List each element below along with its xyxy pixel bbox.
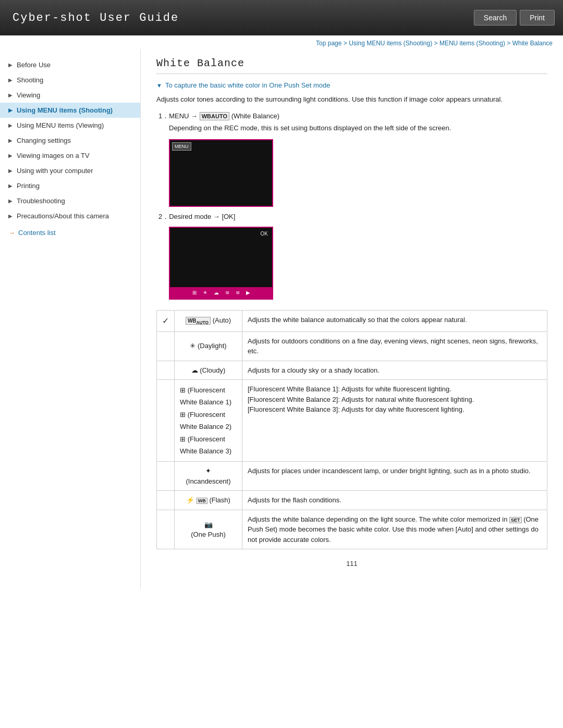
white-balance-table: ✓ WBAUTO (Auto) Adjusts the white balanc… — [156, 310, 547, 550]
description-cell: Adjusts for outdoors conditions on a fin… — [242, 331, 547, 361]
cloudy-text: (Cloudy) — [200, 366, 225, 374]
ok-label: OK — [261, 231, 268, 237]
table-row: ☁ (Cloudy) Adjusts for a cloudy sky or a… — [157, 361, 547, 380]
fluor3-icon: ⊞ — [180, 435, 186, 443]
breadcrumb-item[interactable]: White Balance — [512, 40, 553, 47]
print-button[interactable]: Print — [520, 10, 555, 26]
description-cell: Adjusts the white balance automatically … — [242, 310, 547, 331]
wb-option-icon: ☁ — [214, 290, 219, 295]
arrow-icon: ▶ — [8, 213, 14, 219]
check-cell — [157, 331, 175, 361]
step1-detail: Depending on the REC mode, this is set u… — [169, 123, 547, 134]
breadcrumb-separator: > — [344, 40, 349, 47]
icon-cell: ✦ (Incandescent) — [175, 462, 242, 491]
sidebar-item-troubleshooting[interactable]: ▶ Troubleshooting — [0, 193, 140, 208]
daylight-text: (Daylight) — [198, 342, 227, 350]
sidebar-item-label: Viewing — [17, 91, 40, 99]
description-cell: Adjusts for a cloudy sky or a shady loca… — [242, 361, 547, 380]
breadcrumb-separator: > — [434, 40, 439, 47]
check-cell — [157, 380, 175, 462]
checkmark-icon: ✓ — [162, 316, 169, 325]
fluor3-text: (Fluorescent White Balance 3) — [180, 435, 231, 455]
sidebar-item-using-menu-shooting[interactable]: ▶ Using MENU items (Shooting) — [0, 103, 140, 118]
fluor1-icon: ⊞ — [180, 386, 186, 394]
sidebar-item-label: Precautions/About this camera — [17, 212, 109, 220]
icon-cell: ⚡ WB (Flash) — [175, 491, 242, 510]
page-title: White Balance — [156, 57, 547, 74]
sidebar-item-label: Using MENU items (Shooting) — [17, 106, 113, 114]
sidebar-item-viewing-tv[interactable]: ▶ Viewing images on a TV — [0, 148, 140, 163]
section-link[interactable]: To capture the basic white color in One … — [156, 81, 547, 89]
arrow-icon: ▶ — [8, 198, 14, 204]
breadcrumb-item[interactable]: Using MENU items (Shooting) — [349, 40, 432, 47]
wb-option-icon: ≋ — [225, 290, 229, 295]
step1: 1．MENU → WBAUTO (White Balance) — [158, 112, 547, 121]
sidebar-item-precautions[interactable]: ▶ Precautions/About this camera — [0, 208, 140, 224]
sidebar-item-printing[interactable]: ▶ Printing — [0, 178, 140, 193]
contents-list-label: Contents list — [18, 229, 56, 237]
sidebar-item-label: Using with your computer — [17, 167, 93, 175]
arrow-icon: ▶ — [8, 107, 14, 113]
arrow-icon: ▶ — [8, 183, 14, 189]
arrow-icon: ▶ — [8, 62, 14, 68]
wb-auto-text: (Auto) — [213, 316, 231, 324]
description-cell: Adjusts the white balance depending on t… — [242, 510, 547, 549]
app-title: Cyber-shot User Guide — [13, 11, 179, 24]
sidebar: ▶ Before Use ▶ Shooting ▶ Viewing ▶ Usin… — [0, 49, 141, 588]
icon-cell: ✳ (Daylight) — [175, 331, 242, 361]
sidebar-item-label: Troubleshooting — [17, 197, 65, 205]
wb-label: WB — [197, 498, 207, 504]
table-row: ⊞ (Fluorescent White Balance 1) ⊞ (Fluor… — [157, 380, 547, 462]
check-cell — [157, 361, 175, 380]
screen-mockup-2: OK ⊞ ☀ ☁ ≋ ≋ ▶ — [169, 227, 273, 300]
icon-cell: ⊞ (Fluorescent White Balance 1) ⊞ (Fluor… — [175, 380, 242, 462]
wb-option-icon: ⊞ — [192, 290, 197, 295]
table-row: ✳ (Daylight) Adjusts for outdoors condit… — [157, 331, 547, 361]
header-title-area: Cyber-shot User Guide — [0, 0, 474, 35]
sidebar-item-label: Printing — [17, 182, 40, 190]
one-push-icon: 📷 — [204, 521, 213, 528]
table-row: 📷 (One Push) Adjusts the white balance d… — [157, 510, 547, 549]
sidebar-item-label: Using MENU items (Viewing) — [17, 121, 104, 129]
section-link-label: To capture the basic white color in One … — [165, 81, 331, 89]
main-content: White Balance To capture the basic white… — [141, 49, 563, 588]
daylight-icon: ✳ — [190, 342, 195, 350]
breadcrumb-item[interactable]: Top page — [316, 40, 341, 47]
sidebar-item-changing-settings[interactable]: ▶ Changing settings — [0, 133, 140, 148]
description-cell: Adjusts for places under incandescent la… — [242, 462, 547, 491]
contents-list-link[interactable]: Contents list — [0, 224, 140, 242]
arrow-icon: ▶ — [8, 122, 14, 128]
layout: ▶ Before Use ▶ Shooting ▶ Viewing ▶ Usin… — [0, 49, 563, 609]
page-number: 111 — [156, 549, 547, 573]
description-cell: [Fluorescent White Balance 1]: Adjusts f… — [242, 380, 547, 462]
one-push-text: (One Push) — [191, 530, 225, 538]
arrow-icon: ▶ — [8, 77, 14, 83]
wb-option-icon: ≋ — [236, 290, 240, 295]
breadcrumb-separator: > — [507, 40, 512, 47]
table-row: ✓ WBAUTO (Auto) Adjusts the white balanc… — [157, 310, 547, 331]
icon-cell: 📷 (One Push) — [175, 510, 242, 549]
wb-auto-label: WBAUTO — [186, 317, 211, 325]
icon-cell: WBAUTO (Auto) — [175, 310, 242, 331]
description: Adjusts color tones according to the sur… — [156, 94, 547, 105]
header-buttons: Search Print — [474, 0, 563, 35]
bottom-bar: ⊞ ☀ ☁ ≋ ≋ ▶ — [170, 287, 272, 299]
check-cell — [157, 510, 175, 549]
arrow-icon: ▶ — [8, 92, 14, 98]
fluor2-text: (Fluorescent White Balance 2) — [180, 411, 231, 430]
fluor1-text: (Fluorescent White Balance 1) — [180, 386, 231, 406]
search-button[interactable]: Search — [474, 10, 517, 26]
sidebar-item-label: Before Use — [17, 61, 51, 69]
arrow-icon: ▶ — [8, 153, 14, 158]
menu-indicator: MENU — [172, 142, 191, 151]
header: Cyber-shot User Guide Search Print — [0, 0, 563, 35]
fluor2-icon: ⊞ — [180, 411, 186, 418]
sidebar-item-before-use[interactable]: ▶ Before Use — [0, 57, 140, 72]
sidebar-item-using-computer[interactable]: ▶ Using with your computer — [0, 163, 140, 178]
arrow-icon: ▶ — [8, 168, 14, 174]
breadcrumb-item[interactable]: MENU items (Shooting) — [439, 40, 505, 47]
sidebar-item-viewing[interactable]: ▶ Viewing — [0, 88, 140, 103]
sidebar-item-using-menu-viewing[interactable]: ▶ Using MENU items (Viewing) — [0, 118, 140, 133]
sidebar-item-shooting[interactable]: ▶ Shooting — [0, 72, 140, 88]
sidebar-item-label: Shooting — [17, 76, 43, 84]
